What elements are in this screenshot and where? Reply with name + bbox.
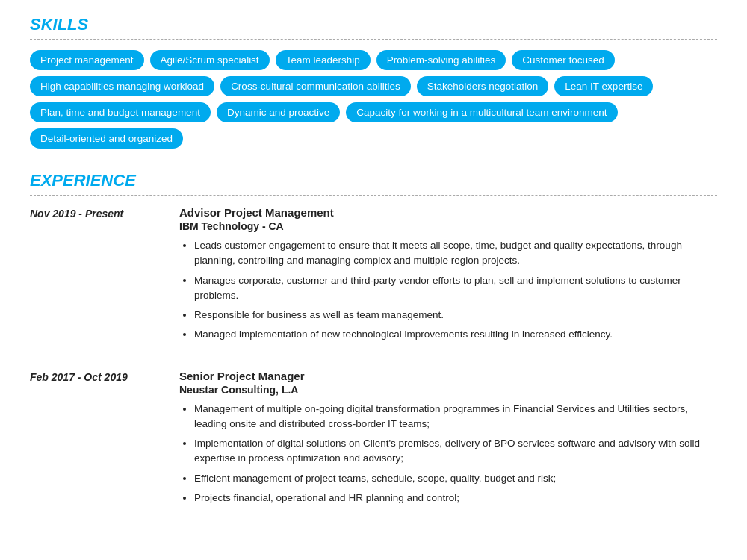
- experience-entries-container: Nov 2019 - PresentAdvisor Project Manage…: [30, 206, 717, 510]
- skill-tag: Dynamic and proactive: [217, 102, 340, 122]
- exp-bullet: Implementation of digital solutions on C…: [194, 436, 717, 467]
- skill-tag: Stakeholders negotiation: [417, 76, 549, 96]
- experience-title: EXPERIENCE: [30, 171, 717, 190]
- exp-bullet: Manages corporate, customer and third-pa…: [194, 273, 717, 304]
- exp-bullet: Projects financial, operational and HR p…: [194, 491, 717, 505]
- skills-tags-container: Project managementAgile/Scrum specialist…: [30, 50, 717, 149]
- experience-entry: Feb 2017 - Oct 2019Senior Project Manage…: [30, 370, 717, 511]
- experience-divider: [30, 195, 717, 196]
- skill-tag: Lean IT expertise: [554, 76, 653, 96]
- skill-tag: Project management: [30, 50, 144, 70]
- exp-date: Feb 2017 - Oct 2019: [30, 370, 179, 511]
- exp-date: Nov 2019 - Present: [30, 206, 179, 347]
- exp-bullet: Leads customer engagement to ensure that…: [194, 238, 717, 269]
- skill-tag: Team leadership: [276, 50, 371, 70]
- skills-section: SKILLS Project managementAgile/Scrum spe…: [30, 15, 717, 149]
- skills-divider: [30, 39, 717, 40]
- exp-content: Advisor Project ManagementIBM Technology…: [179, 206, 717, 347]
- exp-bullet: Managed implementation of new technologi…: [194, 327, 717, 342]
- skill-tag: Cross-cultural communication abilities: [220, 76, 411, 96]
- experience-section: EXPERIENCE Nov 2019 - PresentAdvisor Pro…: [30, 171, 717, 510]
- exp-company: IBM Technology - CA: [179, 220, 717, 232]
- exp-title: Senior Project Manager: [179, 370, 717, 382]
- skills-title: SKILLS: [30, 15, 717, 34]
- skill-tag: Agile/Scrum specialist: [150, 50, 270, 70]
- exp-bullet: Management of multiple on-going digital …: [194, 402, 717, 432]
- skill-tag: Capacity for working in a multicultural …: [346, 102, 617, 122]
- skill-tag: High capabilities managing workload: [30, 76, 214, 96]
- exp-title: Advisor Project Management: [179, 206, 717, 219]
- skill-tag: Customer focused: [512, 50, 615, 70]
- experience-entry: Nov 2019 - PresentAdvisor Project Manage…: [30, 206, 717, 347]
- exp-company: Neustar Consulting, L.A: [179, 384, 717, 396]
- exp-bullets: Leads customer engagement to ensure that…: [179, 238, 717, 343]
- exp-bullet: Responsible for business as well as team…: [194, 308, 717, 323]
- skill-tag: Detail-oriented and organized: [30, 128, 183, 149]
- skill-tag: Plan, time and budget management: [30, 102, 211, 122]
- exp-content: Senior Project ManagerNeustar Consulting…: [179, 370, 717, 511]
- exp-bullet: Efficient management of project teams, s…: [194, 471, 717, 486]
- exp-bullets: Management of multiple on-going digital …: [179, 402, 717, 506]
- skill-tag: Problem-solving abilities: [376, 50, 506, 70]
